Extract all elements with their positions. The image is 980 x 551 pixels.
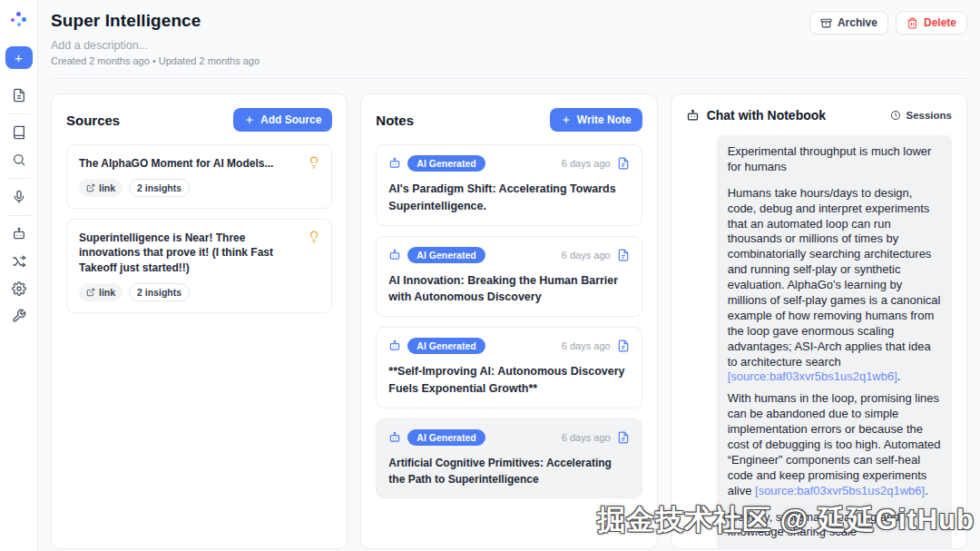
chat-text: . [925, 484, 928, 497]
add-source-label: Add Source [260, 113, 321, 126]
note-title: Artificial Cognitive Primitives: Acceler… [388, 455, 629, 487]
sidebar-new-notebook-button[interactable]: + [5, 46, 33, 69]
note-card[interactable]: AI Generated 6 days ago AI Innovation: B… [376, 236, 642, 318]
plus-icon [244, 114, 255, 125]
source-citation-link[interactable]: [source:baf03xvr5bs1us2q1wb6] [755, 484, 925, 497]
wrench-icon[interactable] [5, 304, 33, 328]
ai-generated-badge: AI Generated [407, 429, 485, 446]
note-document-icon[interactable] [617, 431, 630, 444]
sessions-label: Sessions [906, 110, 952, 121]
source-citation-link[interactable]: [source:baf03xvr5bs1us2q1wb6] [728, 369, 897, 383]
sidebar-divider [7, 178, 31, 179]
external-link-icon [86, 183, 95, 192]
chat-text: With humans in the loop, promising lines… [728, 391, 941, 497]
ai-generated-badge: AI Generated [407, 247, 485, 263]
ai-generated-badge: AI Generated [407, 155, 485, 172]
note-timestamp: 6 days ago [562, 432, 611, 443]
sidebar-divider [7, 113, 31, 114]
chat-panel: Chat with Notebook Sessions Experimental… [671, 93, 967, 549]
header-actions: Archive Delete [809, 11, 967, 34]
clock-icon [890, 110, 901, 121]
write-note-label: Write Note [577, 113, 632, 126]
note-document-icon[interactable] [617, 249, 630, 261]
bot-icon [388, 431, 401, 444]
archive-button[interactable]: Archive [809, 11, 888, 34]
note-title: AI's Paradigm Shift: Accelerating Toward… [388, 181, 629, 215]
notes-title: Notes [376, 113, 414, 128]
delete-button[interactable]: Delete [896, 11, 967, 34]
shuffle-icon[interactable] [5, 250, 33, 273]
source-card[interactable]: The AlphaGO Moment for AI Models... link… [66, 144, 332, 209]
notes-panel: Notes Write Note AI Generated 6 days ago… [360, 93, 657, 549]
chat-paragraph: Experimental throughput is much lower fo… [728, 144, 941, 175]
source-card[interactable]: Superintelligence is Near! Three innovat… [66, 219, 332, 313]
chat-paragraph: Humans take hours/days to design, code, … [728, 186, 941, 386]
chat-paragraph: With humans in the loop, promising lines… [728, 391, 941, 498]
archive-label: Archive [838, 16, 877, 29]
bot-icon [388, 339, 401, 352]
lightbulb-icon [308, 231, 320, 243]
note-card[interactable]: AI Generated 6 days ago **Self-Improving… [376, 327, 642, 408]
notebook-header: Super Intelligence Add a description... … [51, 0, 967, 79]
document-icon[interactable] [5, 84, 33, 107]
insights-badge: 2 insights [129, 179, 190, 197]
source-type-badge: link [79, 283, 122, 301]
main-content: Super Intelligence Add a description... … [38, 0, 980, 551]
note-document-icon[interactable] [617, 157, 630, 170]
note-title: AI Innovation: Breaking the Human Barrie… [388, 272, 629, 307]
source-type-label: link [99, 287, 115, 298]
gear-icon[interactable] [5, 277, 33, 300]
header-divider [51, 78, 967, 79]
bot-icon [388, 249, 401, 261]
insights-badge: 2 insights [129, 283, 190, 301]
chat-title-wrap: Chat with Notebook [686, 108, 826, 123]
chat-text: Humans take hours/days to design, code, … [728, 186, 941, 369]
source-type-badge: link [79, 179, 122, 197]
note-timestamp: 6 days ago [562, 158, 611, 169]
note-title: **Self-Improving AI: Autonomous Discover… [388, 363, 629, 398]
source-title: Superintelligence is Near! Three innovat… [79, 231, 319, 275]
chat-title: Chat with Notebook [707, 108, 826, 123]
sources-panel: Sources Add Source The AlphaGO Moment fo… [51, 93, 348, 549]
lightbulb-icon [308, 156, 320, 169]
note-timestamp: 6 days ago [562, 250, 611, 261]
trash-icon [906, 17, 918, 29]
plus-icon [561, 114, 572, 125]
source-type-label: link [99, 182, 115, 193]
search-icon[interactable] [5, 148, 33, 172]
bot-icon [388, 157, 401, 170]
archive-icon [820, 17, 832, 29]
bot-icon [686, 109, 700, 123]
note-document-icon[interactable] [617, 339, 630, 352]
ai-generated-badge: AI Generated [407, 338, 485, 354]
notebook-description-field[interactable]: Add a description... [51, 39, 967, 52]
notebook-meta: Created 2 months ago • Updated 2 months … [51, 55, 967, 66]
note-card[interactable]: AI Generated 6 days ago AI's Paradigm Sh… [376, 144, 642, 226]
app-sidebar: + [0, 0, 38, 551]
write-note-button[interactable]: Write Note [550, 108, 642, 132]
microphone-icon[interactable] [5, 185, 33, 209]
note-card-selected[interactable]: AI Generated 6 days ago Artificial Cogni… [376, 418, 642, 498]
delete-label: Delete [924, 16, 956, 29]
chat-text: . [897, 369, 901, 383]
app-logo-icon [11, 12, 27, 28]
sessions-button[interactable]: Sessions [890, 110, 952, 121]
sources-title: Sources [66, 113, 120, 128]
chat-message: Experimental throughput is much lower fo… [717, 135, 952, 549]
book-icon[interactable] [5, 121, 33, 144]
columns: Sources Add Source The AlphaGO Moment fo… [51, 93, 967, 549]
note-timestamp: 6 days ago [562, 340, 611, 351]
source-title: The AlphaGO Moment for AI Models... [79, 156, 319, 171]
add-source-button[interactable]: Add Source [233, 108, 332, 132]
sidebar-divider [7, 215, 31, 216]
bot-icon[interactable] [5, 222, 33, 246]
chat-paragraph: Memory, systematic learning and knowledg… [728, 510, 941, 541]
external-link-icon [86, 288, 95, 297]
